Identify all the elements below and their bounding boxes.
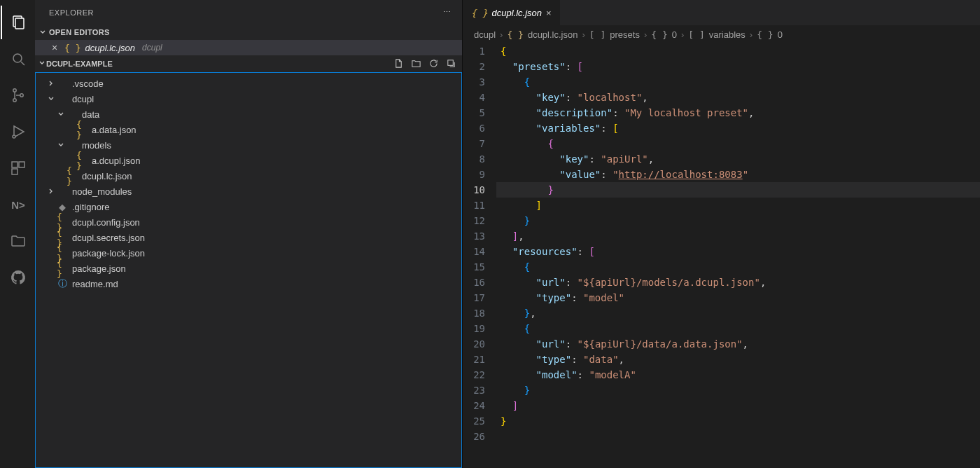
tree-file[interactable]: ⓘreadme.md [36, 276, 461, 291]
new-folder-icon[interactable] [411, 58, 421, 70]
code-line[interactable]: }, [496, 305, 980, 321]
new-file-icon[interactable] [393, 58, 404, 70]
code-line[interactable]: "type": "data", [496, 352, 980, 367]
code-line[interactable]: "description": "My localhost preset", [496, 105, 980, 121]
chevron-right-icon [46, 187, 57, 195]
tree-folder[interactable]: data [36, 106, 461, 122]
sidebar-title-row: EXPLORER ⋯ [35, 0, 462, 25]
array-icon: [ ] [688, 29, 704, 40]
code-line[interactable]: "key": "localhost", [496, 90, 980, 105]
tree-item-label: a.data.json [92, 125, 136, 135]
code-line[interactable]: } [496, 383, 980, 398]
activity-folder-icon[interactable] [1, 224, 34, 258]
activity-search[interactable] [1, 42, 34, 76]
tree-file[interactable]: { }dcupl.secrets.json [36, 230, 461, 245]
code-line[interactable]: } [496, 413, 980, 429]
editor-tab[interactable]: { } dcupl.lc.json × [463, 0, 561, 25]
code-line[interactable]: "model": "modelA" [496, 367, 980, 383]
tree-item-label: dcupl.lc.json [82, 171, 132, 181]
tree-item-label: .vscode [72, 78, 104, 89]
tree-item-label: a.dcupl.json [92, 156, 140, 166]
svg-rect-1 [15, 18, 24, 29]
code-line[interactable]: "key": "apiUrl", [496, 151, 980, 167]
chevron-right-icon: › [500, 29, 503, 40]
tree-file[interactable]: ◆.gitignore [36, 199, 461, 214]
close-icon[interactable]: × [546, 8, 552, 18]
close-icon[interactable]: × [49, 42, 60, 53]
activity-bar: N> [0, 0, 35, 468]
collapse-all-icon[interactable] [446, 58, 456, 70]
code-line[interactable]: ] [496, 198, 980, 213]
open-editor-item[interactable]: × { } dcupl.lc.json dcupl [35, 40, 462, 55]
tree-file[interactable]: { }dcupl.lc.json [36, 168, 461, 184]
tree-file[interactable]: { }package.json [36, 261, 461, 276]
svg-point-5 [13, 99, 16, 102]
code-line[interactable]: ] [496, 398, 980, 413]
activity-nx[interactable]: N> [1, 188, 34, 221]
code-line[interactable]: { [496, 321, 980, 336]
activity-source-control[interactable] [1, 78, 34, 112]
svg-rect-9 [12, 162, 18, 167]
activity-extensions[interactable] [1, 151, 34, 185]
editor-tabs: { } dcupl.lc.json × [463, 0, 980, 25]
array-icon: [ ] [589, 29, 606, 40]
tree-file[interactable]: { }a.dcupl.json [36, 153, 461, 168]
activity-run-debug[interactable] [1, 115, 34, 149]
tree-item-label: readme.md [72, 279, 118, 289]
sidebar-title: EXPLORER [49, 8, 94, 17]
code-line[interactable]: "url": "${apiUrl}/models/a.dcupl.json", [496, 275, 980, 290]
svg-point-8 [13, 135, 15, 138]
svg-point-6 [20, 94, 23, 97]
code-line[interactable]: { [496, 259, 980, 275]
code-line[interactable]: ], [496, 228, 980, 244]
breadcrumb[interactable]: dcupl › { } dcupl.lc.json › [ ] presets … [463, 25, 980, 43]
chevron-down-icon [55, 110, 66, 118]
code-editor[interactable]: 1234567891011121314151617181920212223242… [463, 43, 980, 444]
code-line[interactable] [496, 429, 980, 444]
open-editors-header[interactable]: OPEN EDITORS [35, 25, 462, 40]
object-icon: { } [651, 29, 667, 40]
code-line[interactable]: "url": "${apiUrl}/data/a.data.json", [496, 336, 980, 352]
tree-item-label: dcupl.config.json [72, 217, 140, 228]
tree-file[interactable]: { }a.data.json [36, 122, 461, 137]
tree-folder[interactable]: models [36, 137, 461, 153]
tree-file[interactable]: { }package-lock.json [36, 245, 461, 261]
json-file-icon: { } [507, 29, 523, 40]
sidebar-more-icon[interactable]: ⋯ [443, 8, 451, 17]
svg-line-3 [21, 62, 24, 65]
json-file-icon: { } [64, 43, 80, 53]
code-line[interactable]: "value": "http://localhost:8083" [496, 167, 980, 182]
file-tree: .vscodedcupldata{ }a.data.jsonmodels{ }a… [35, 72, 462, 468]
code-line[interactable]: "type": "model" [496, 290, 980, 305]
code-line[interactable]: { [496, 43, 980, 59]
code-line[interactable]: "resources": [ [496, 244, 980, 259]
refresh-icon[interactable] [428, 58, 439, 70]
tree-folder[interactable]: .vscode [36, 76, 461, 91]
chevron-down-icon [38, 59, 46, 69]
project-header[interactable]: DCUPL-EXAMPLE [35, 55, 462, 72]
chevron-down-icon [55, 141, 66, 149]
svg-point-4 [13, 89, 16, 92]
json-file-icon: { } [57, 258, 68, 279]
code-line[interactable]: "variables": [ [496, 121, 980, 136]
chevron-right-icon: › [644, 29, 647, 40]
code-line[interactable]: } [496, 182, 980, 198]
tree-item-label: package.json [72, 263, 126, 274]
activity-explorer[interactable] [1, 6, 34, 39]
tree-folder[interactable]: node_modules [36, 184, 461, 199]
info-file-icon: ⓘ [57, 277, 68, 290]
code-line[interactable]: { [496, 136, 980, 151]
json-file-icon: { } [76, 119, 88, 140]
tree-item-label: models [82, 140, 111, 151]
code-line[interactable]: "presets": [ [496, 59, 980, 74]
tree-file[interactable]: { }dcupl.config.json [36, 214, 461, 230]
code-line[interactable]: } [496, 213, 980, 228]
tree-item-label: data [82, 109, 99, 120]
code-line[interactable]: { [496, 74, 980, 90]
activity-github-icon[interactable] [1, 261, 34, 294]
line-gutter: 1234567891011121314151617181920212223242… [463, 43, 496, 444]
code-body[interactable]: { "presets": [ { "key": "localhost", "de… [496, 43, 980, 444]
chevron-down-icon [46, 95, 57, 103]
svg-point-2 [13, 54, 22, 62]
tree-folder[interactable]: dcupl [36, 91, 461, 106]
